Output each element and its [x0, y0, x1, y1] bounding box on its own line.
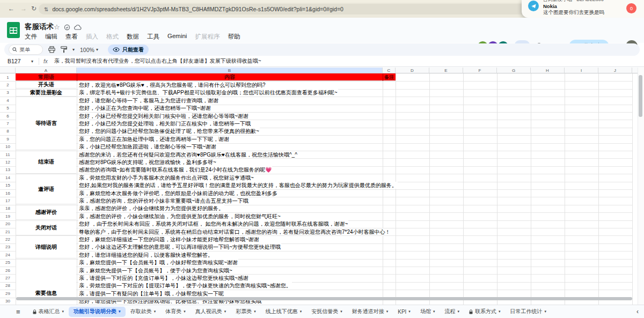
row-header-3[interactable]: 3: [0, 89, 16, 97]
all-sheets-menu-icon[interactable]: [16, 308, 20, 316]
row-header-25[interactable]: 25: [0, 259, 16, 267]
category-cell-邀评语[interactable]: 邀评语: [16, 174, 76, 204]
row-header-2[interactable]: 2: [0, 81, 16, 88]
tab-联系方式[interactable]: 联系方式: [464, 307, 506, 317]
tab-dropdown-caret-icon[interactable]: [408, 309, 411, 314]
row-header-11[interactable]: 11: [0, 151, 16, 158]
document-title[interactable]: 客服话术: [25, 22, 54, 32]
cell-B4[interactable]: 您好，请您耐心等待一下，客服马上为您进行查询哦，谢谢: [78, 97, 219, 104]
tab-存取款类[interactable]: 存取款类: [126, 307, 161, 317]
row-header-17[interactable]: 17: [0, 197, 16, 204]
menu-文件[interactable]: 文件: [25, 33, 37, 41]
site-info-icon[interactable]: [44, 6, 48, 12]
tab-dropdown-caret-icon[interactable]: [300, 309, 302, 314]
row-header-27[interactable]: 27: [0, 274, 16, 282]
category-cell-结束语[interactable]: 结束语: [16, 151, 76, 174]
category-cell-索要注册彩金[interactable]: 索要注册彩金: [16, 90, 76, 97]
cell-B6[interactable]: 您好，小妹已经帮您提交到相关部门核实中啦，还请您耐心等等哦~谢谢: [78, 113, 249, 120]
row-header-15[interactable]: 15: [0, 182, 16, 189]
tab-线上线下优惠[interactable]: 线上线下优惠: [261, 307, 307, 317]
row-header-9[interactable]: 9: [0, 135, 16, 143]
row-header-8[interactable]: 8: [0, 128, 16, 135]
row-header-5[interactable]: 5: [0, 105, 16, 112]
row-header-18[interactable]: 18: [0, 205, 16, 212]
row-header-29[interactable]: 29: [0, 290, 16, 297]
cell-B19[interactable]: 亲，感谢您的评价，小妹会继续加油，为您提供更加优质的服务，同时祝您财气旺旺~: [78, 213, 281, 220]
column-header-F[interactable]: F: [463, 68, 497, 73]
cell-B8[interactable]: 您好，您的问题小妹已经帮您加急催促处理了呢，给您带来不便真的很抱歉~: [78, 128, 260, 135]
row-header-16[interactable]: 16: [0, 189, 16, 197]
row-header-22[interactable]: 22: [0, 235, 16, 243]
category-cell-开头语[interactable]: 开头语: [16, 82, 76, 88]
row-header-7[interactable]: 7: [0, 120, 16, 127]
menus-search-box[interactable]: 菜单: [9, 45, 43, 55]
star-icon[interactable]: [54, 23, 60, 31]
cell-B11[interactable]: 感谢您的来访，若您还有任何疑问欢迎您再次咨询♥8PG娱乐♥在线客服，祝您生活愉快…: [78, 151, 298, 158]
category-cell-感谢评价[interactable]: 感谢评价: [16, 205, 76, 220]
row-header-26[interactable]: 26: [0, 267, 16, 274]
tab-scroll-left-icon[interactable]: [636, 308, 639, 315]
url-text[interactable]: docs.google.com/spreadsheets/d/1H2VJp3pt…: [52, 6, 343, 12]
tab-体育类[interactable]: 体育类: [160, 307, 191, 317]
formula-content[interactable]: 亲，我司暂时没有没有代理业务，您可以点击右上角【好友邀请】发展下级获得收益哦~: [54, 57, 261, 65]
back-icon[interactable]: [8, 5, 14, 12]
cloud-status-icon[interactable]: [74, 25, 82, 31]
row-header-4[interactable]: 4: [0, 97, 16, 104]
cell-B17[interactable]: 亲，感谢您的咨询，您的评价对小妹非常重要哦~请点击五星支持一下哦: [78, 197, 249, 204]
cell-B13[interactable]: 感谢您的咨询哦~如有需要随时联系在线客服，我们是24小时在线为您服务的呢💗: [78, 166, 272, 173]
horizontal-scrollbar[interactable]: [16, 297, 632, 300]
cell-B28[interactable]: 亲，劳烦您提供一下对应的【提现订单号】，便于小妹更快速的为您查询核实哦~感谢您。: [78, 282, 292, 289]
row-header-28[interactable]: 28: [0, 282, 16, 290]
tab-dropdown-caret-icon[interactable]: [457, 309, 459, 314]
tab-表格汇总[interactable]: 表格汇总: [28, 307, 69, 317]
address-bar[interactable]: docs.google.com/spreadsheets/d/1H2VJp3pt…: [39, 4, 528, 14]
menu-帮助[interactable]: 帮助: [228, 33, 240, 41]
cell-B5[interactable]: 您好，小妹正在为您查询中呢，还请您稍等一下哦~谢谢: [78, 105, 211, 112]
tab-功能引导说明分类[interactable]: 功能引导说明分类: [69, 307, 126, 317]
row-header-19[interactable]: 19: [0, 212, 16, 220]
column-header-I[interactable]: I: [565, 68, 598, 73]
tab-dropdown-caret-icon[interactable]: [544, 309, 546, 314]
header-cell-changyongyu[interactable]: 常用语: [16, 73, 77, 81]
menu-Gemini[interactable]: Gemini: [167, 33, 187, 41]
row-header-23[interactable]: 23: [0, 243, 16, 251]
cell-B26[interactable]: 亲，麻烦您先提供一下【会员账号】，便于小妹为您查询核实哦~: [78, 267, 233, 274]
menu-工具[interactable]: 工具: [147, 33, 159, 41]
cell-B9[interactable]: 亲，您的问题正在加急处理中哦，还请您再稍等一下下呢，谢谢: [78, 136, 230, 143]
tab-KPI[interactable]: KPI: [393, 307, 415, 317]
tab-dropdown-caret-icon[interactable]: [184, 309, 186, 314]
cell-B15[interactable]: 您好,如果您对我的服务满意的话，请给予五星好评哦！您的满意是对我最大的支持，客服…: [78, 182, 398, 189]
cell-B22[interactable]: 您好，麻烦您详细描述一下您的问题，这样小妹才能更好地帮您解答哦~谢谢: [78, 236, 260, 243]
row-header-1[interactable]: 1: [0, 73, 16, 81]
category-cell-详细说明[interactable]: 详细说明: [16, 236, 76, 258]
category-cell-关闭对话[interactable]: 关闭对话: [16, 221, 76, 235]
tab-dropdown-caret-icon[interactable]: [254, 309, 256, 314]
column-header-G[interactable]: G: [497, 68, 531, 73]
cell-B7[interactable]: 您好，小妹已经为您提交处理啦，相关部门正在核实中，请您稍等一下哦: [78, 120, 251, 127]
cell-B16[interactable]: 亲，麻烦您给本次服务做个评价吧，您的鼓励是小妹前进的动力呢，也祝您盈利多多: [78, 190, 278, 197]
name-box[interactable]: B127: [0, 58, 31, 64]
tab-dropdown-caret-icon[interactable]: [154, 309, 156, 314]
cell-B27[interactable]: 亲，请提供一下对应的【充值订单号】，小妹这边帮您更快核实哦~感谢: [78, 275, 249, 282]
row-header-12[interactable]: 12: [0, 158, 16, 166]
row-header-6[interactable]: 6: [0, 112, 16, 120]
cell-B10[interactable]: 亲，小妹已经帮您加急跟进啦，请您耐心等候一下哦~谢谢: [78, 143, 217, 150]
row-header-24[interactable]: 24: [0, 251, 16, 258]
cell-B14[interactable]: 亲，劳烦您用发财的小手为客服本次的服务作出点评哦，祝您财运亨通哦~: [78, 174, 254, 181]
menu-编辑[interactable]: 编辑: [45, 33, 57, 41]
paint-format-caret-icon[interactable]: [72, 47, 75, 52]
cell-B24[interactable]: 您好，请您详细描述您的疑问，以便客服快速帮您解答。: [78, 252, 214, 258]
column-header-A[interactable]: A: [16, 68, 77, 73]
tab-dropdown-caret-icon[interactable]: [340, 309, 342, 314]
tab-日常工作统计[interactable]: 日常工作统计: [505, 307, 551, 317]
vertical-scrollbar-thumb[interactable]: [639, 75, 642, 117]
column-header-B[interactable]: B: [77, 68, 383, 73]
row-header-21[interactable]: 21: [0, 228, 16, 235]
header-cell-neirong[interactable]: 内容: [77, 73, 383, 81]
tab-dropdown-caret-icon[interactable]: [499, 309, 501, 314]
tab-流程[interactable]: 流程: [440, 307, 464, 317]
tab-dropdown-caret-icon[interactable]: [62, 309, 64, 314]
print-icon[interactable]: [48, 46, 55, 53]
tab-安抚信誉类[interactable]: 安抚信誉类: [306, 307, 347, 317]
tab-dropdown-caret-icon[interactable]: [433, 309, 435, 314]
